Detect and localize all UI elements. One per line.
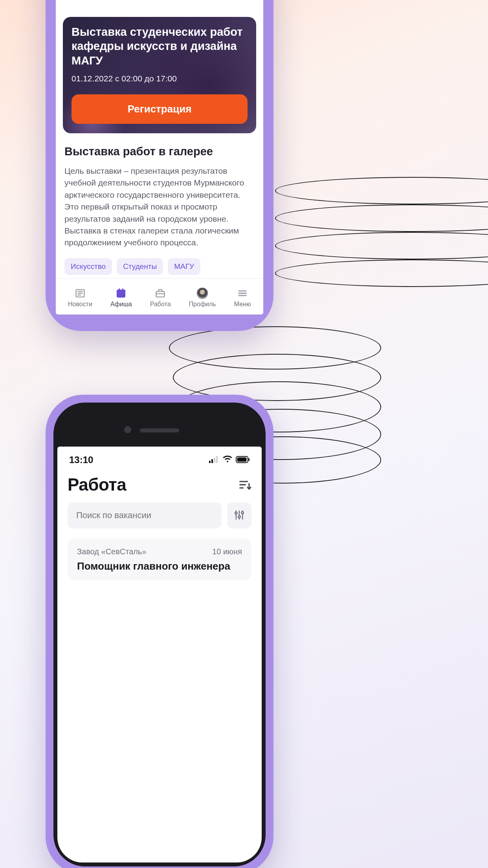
svg-point-15 — [241, 511, 243, 513]
event-hero-card: Выставка студенческих работ кафедры иску… — [63, 17, 256, 133]
sort-icon[interactable] — [238, 479, 251, 491]
event-title: Выставка студенческих работ кафедры иску… — [72, 25, 248, 68]
phone-top-frame: Выставка студенческих работ кафедры иску… — [46, 0, 273, 331]
status-bar: 13:10 — [57, 447, 262, 469]
tab-profile[interactable]: Профиль — [189, 287, 216, 308]
phone-top-screen: Выставка студенческих работ кафедры иску… — [56, 0, 263, 314]
svg-rect-7 — [211, 459, 213, 463]
wifi-icon — [222, 454, 233, 465]
sliders-icon — [234, 509, 245, 522]
svg-rect-2 — [117, 290, 125, 292]
svg-rect-6 — [209, 461, 211, 463]
register-button[interactable]: Регистрация — [72, 94, 248, 124]
filter-button[interactable] — [227, 502, 251, 528]
tag-students[interactable]: Студенты — [117, 258, 163, 275]
tab-afisha[interactable]: Афиша — [110, 287, 132, 308]
svg-point-13 — [235, 512, 237, 514]
search-row — [57, 502, 262, 539]
tab-label: Новости — [68, 301, 92, 308]
svg-rect-3 — [119, 289, 120, 291]
phone-bottom-bezel: 13:10 Работа — [53, 403, 266, 866]
tag-art[interactable]: Искусство — [64, 258, 112, 275]
section-body: Цель выставки – презентация результатов … — [64, 165, 255, 249]
svg-rect-8 — [214, 458, 215, 463]
calendar-icon — [115, 287, 127, 299]
tab-label: Работа — [150, 301, 171, 308]
speaker-slot — [140, 428, 179, 432]
tab-label: Афиша — [110, 301, 132, 308]
battery-icon — [236, 454, 250, 465]
menu-icon — [236, 287, 249, 299]
job-company: Завод «СевСталь» — [77, 547, 147, 556]
svg-rect-12 — [249, 458, 250, 461]
page-header: Работа — [57, 469, 262, 502]
tab-label: Профиль — [189, 301, 216, 308]
tab-menu[interactable]: Меню — [234, 287, 251, 308]
svg-rect-9 — [216, 456, 218, 463]
job-card[interactable]: Завод «СевСталь» 10 июня Помощник главно… — [68, 539, 251, 580]
svg-point-14 — [238, 515, 240, 517]
news-icon — [74, 287, 86, 299]
svg-rect-11 — [237, 458, 247, 462]
tag-magu[interactable]: МАГУ — [168, 258, 200, 275]
phone-bottom-frame: 13:10 Работа — [46, 395, 273, 868]
page-title: Работа — [68, 475, 126, 495]
bottom-tabbar: Новости Афиша Работа Профиль — [56, 278, 263, 314]
briefcase-icon — [154, 287, 167, 299]
tab-label: Меню — [234, 301, 251, 308]
job-date: 10 июня — [212, 547, 242, 556]
search-input[interactable] — [68, 502, 222, 528]
avatar-icon — [196, 287, 209, 299]
cellular-icon — [209, 454, 219, 465]
front-camera — [124, 426, 131, 433]
event-datetime: 01.12.2022 с 02:00 до 17:00 — [72, 74, 248, 83]
status-time: 13:10 — [69, 454, 93, 465]
tag-list: Искусство Студенты МАГУ — [64, 258, 255, 275]
job-title: Помощник главного инженера — [77, 560, 242, 572]
tab-news[interactable]: Новости — [68, 287, 92, 308]
section-title: Выставка работ в галерее — [64, 145, 255, 158]
phone-bottom-screen: 13:10 Работа — [57, 447, 262, 862]
svg-rect-4 — [122, 289, 123, 291]
tab-work[interactable]: Работа — [150, 287, 171, 308]
